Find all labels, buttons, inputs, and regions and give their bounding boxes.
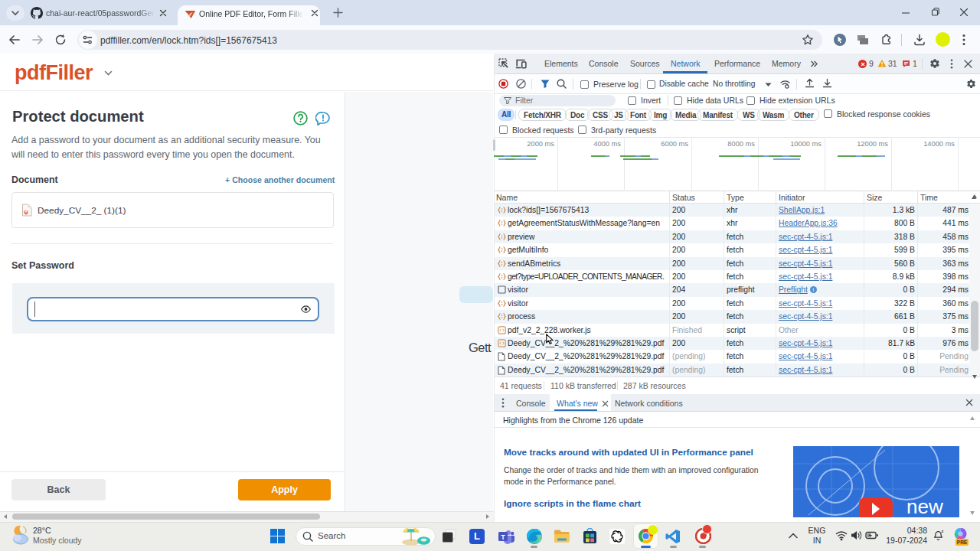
svg-text:z: z <box>941 529 943 533</box>
svg-text:new: new <box>906 495 943 517</box>
svg-text:T: T <box>501 533 505 541</box>
